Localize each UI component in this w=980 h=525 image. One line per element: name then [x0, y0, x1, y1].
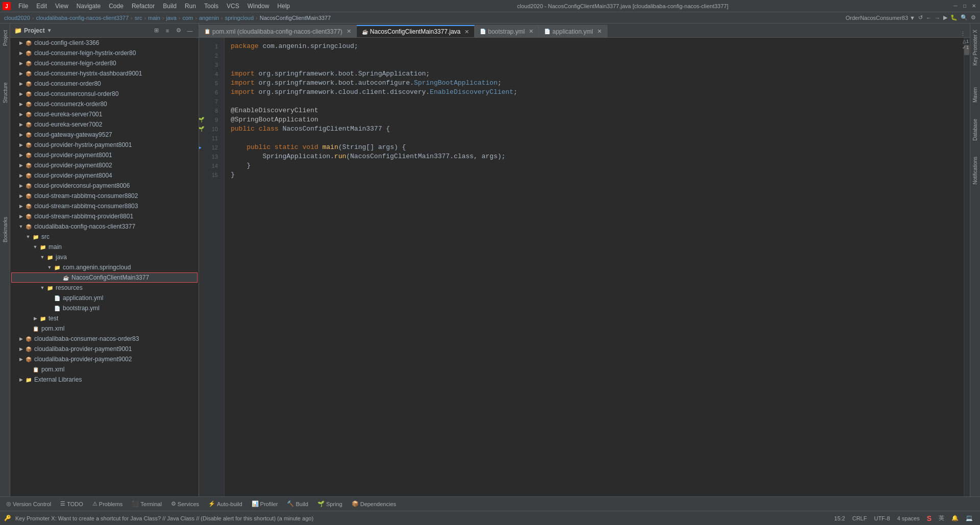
menu-refactor[interactable]: Refactor: [128, 2, 159, 11]
list-item[interactable]: ▶ 📁 test: [10, 313, 199, 323]
lang-indicator[interactable]: 英: [936, 513, 947, 523]
tab-profiler[interactable]: 📊 Profiler: [248, 499, 282, 509]
tab-auto-build[interactable]: ⚡ Auto-build: [204, 499, 247, 509]
list-item[interactable]: 📄 bootstrap.yml: [10, 303, 199, 313]
menu-vcs[interactable]: VCS: [223, 2, 243, 11]
list-item[interactable]: ▶ 📦 cloud-consumer-feign-hystrix-order80: [10, 48, 199, 58]
breadcrumb-src[interactable]: src: [135, 15, 142, 21]
menu-view[interactable]: View: [51, 2, 72, 11]
list-item[interactable]: ▼ 📁 main: [10, 242, 199, 252]
tab-main-close[interactable]: ✕: [464, 29, 469, 35]
settings-panel-btn[interactable]: ⚙: [174, 26, 183, 35]
list-item[interactable]: ▶ 📦 cloud-consumer-hystrix-dashboard9001: [10, 68, 199, 79]
list-item[interactable]: ▼ 📁 java: [10, 252, 199, 262]
list-item[interactable]: 📄 application.yml: [10, 293, 199, 303]
list-item[interactable]: ▶ 📦 cloud-stream-rabbitmq-consumer8802: [10, 191, 199, 201]
breadcrumb-cloud2020[interactable]: cloud2020: [4, 15, 30, 21]
list-item[interactable]: ▶ 📦 cloud-stream-rabbitmq-provider8801: [10, 211, 199, 221]
list-item[interactable]: ▶ 📦 cloud-eureka-server7002: [10, 119, 199, 130]
list-item[interactable]: ▼ 📁 src: [10, 232, 199, 242]
tab-dependencies[interactable]: 📦 Dependencies: [348, 499, 400, 509]
breadcrumb-module[interactable]: cloudalibaba-config-nacos-client3377: [36, 15, 129, 21]
list-item[interactable]: ▶ 📦 cloud-provider-payment8001: [10, 150, 199, 160]
list-item[interactable]: ▶ 📦 cloud-consumerconsul-order80: [10, 89, 199, 99]
breadcrumb-springcloud[interactable]: springcloud: [225, 15, 254, 21]
notification-bell[interactable]: 🔔: [948, 513, 962, 523]
list-item[interactable]: ▶ 📦 cloud-consumer-order80: [10, 79, 199, 89]
menu-edit[interactable]: Edit: [32, 2, 51, 11]
crlf-indicator[interactable]: CRLF: [849, 513, 870, 523]
list-item[interactable]: ▼ 📁 resources: [10, 283, 199, 293]
back-btn[interactable]: ←: [926, 15, 932, 21]
list-item[interactable]: 📋 pom.xml: [10, 323, 199, 334]
breadcrumb-main[interactable]: main: [148, 15, 160, 21]
run-btn[interactable]: ▶: [943, 14, 947, 21]
search-btn[interactable]: 🔍: [961, 14, 968, 21]
bookmarks-icon[interactable]: Bookmarks: [1, 219, 9, 240]
tab-application-yml[interactable]: 📄 application.yml ✕: [539, 25, 607, 37]
indent-indicator[interactable]: 4 spaces: [894, 513, 923, 523]
list-item[interactable]: ▶ 📦 cloud-provider-payment8002: [10, 160, 199, 170]
menu-build[interactable]: Build: [159, 2, 181, 11]
tab-services[interactable]: ⚙ Services: [167, 499, 203, 509]
menu-run[interactable]: Run: [181, 2, 200, 11]
line-col-indicator[interactable]: 15:2: [831, 513, 848, 523]
database-tab[interactable]: Database: [972, 117, 978, 143]
menu-navigate[interactable]: Navigate: [72, 2, 105, 11]
tab-more-btn[interactable]: ⋮: [960, 31, 966, 37]
maximize-button[interactable]: □: [961, 2, 969, 10]
tab-bootstrap-yml[interactable]: 📄 bootstrap.yml ✕: [475, 25, 539, 37]
list-item[interactable]: ▶ 📦 cloud-consumer-feign-order80: [10, 58, 199, 68]
tab-todo[interactable]: ☰ TODO: [56, 499, 87, 509]
project-icon[interactable]: Project: [1, 28, 9, 48]
tab-spring[interactable]: 🌱 Spring: [313, 499, 347, 509]
tab-terminal[interactable]: ⬛ Terminal: [128, 499, 166, 509]
key-promoter-tab[interactable]: Key Promoter X: [972, 28, 978, 68]
list-item[interactable]: ▶ 📦 cloudalibaba-provider-payment9001: [10, 344, 199, 354]
menu-file[interactable]: File: [14, 2, 32, 11]
list-item[interactable]: ▶ 📦 cloud-provider-payment8004: [10, 170, 199, 181]
tab-version-control[interactable]: ◎ Version Control: [2, 499, 55, 509]
tab-build[interactable]: 🔨 Build: [283, 499, 312, 509]
forward-btn[interactable]: →: [935, 15, 940, 21]
breadcrumb-com[interactable]: com: [182, 15, 193, 21]
run-config-dropdown[interactable]: OrderNacosConsumer83 ▼: [846, 15, 915, 21]
list-item[interactable]: 📋 pom.xml: [10, 364, 199, 374]
editor-scrollbar[interactable]: △1 ✓1: [964, 38, 970, 496]
list-item[interactable]: ▶ 📦 cloud-stream-rabbitmq-consumer8803: [10, 201, 199, 211]
tab-pom-xml[interactable]: 📋 pom.xml (cloudalibaba-config-nacos-cli…: [199, 25, 357, 37]
debug-btn[interactable]: 🐛: [950, 14, 958, 21]
settings-btn[interactable]: ⚙: [971, 14, 976, 21]
tab-main-java[interactable]: ☕ NacosConfigClientMain3377.java ✕: [357, 25, 475, 37]
menu-window[interactable]: Window: [243, 2, 274, 11]
collapse-all-btn[interactable]: ≡: [163, 26, 172, 35]
list-item[interactable]: ▶ 📦 cloud-gateway-gateway9527: [10, 130, 199, 140]
list-item[interactable]: ▶ 📦 cloud-provider-hystrix-payment8001: [10, 140, 199, 150]
sogou-icon-container[interactable]: S: [924, 513, 935, 523]
menu-help[interactable]: Help: [273, 2, 294, 11]
tab-application-close[interactable]: ✕: [597, 28, 602, 35]
list-item[interactable]: ▶ 📦 cloudalibaba-provider-payment9002: [10, 354, 199, 364]
structure-icon[interactable]: Structure: [1, 83, 9, 103]
code-content[interactable]: package com.angenin.springcloud; import …: [225, 38, 964, 496]
project-panel-dropdown[interactable]: ▼: [47, 28, 52, 33]
tab-pom-close[interactable]: ✕: [347, 28, 351, 35]
list-item[interactable]: ▶ 📦 cloud-eureka-server7001: [10, 109, 199, 119]
charset-indicator[interactable]: UTF-8: [871, 513, 893, 523]
list-item[interactable]: ▶ 📦 cloud-providerconsul-payment8006: [10, 181, 199, 191]
notifications-tab[interactable]: Notifications: [972, 155, 978, 186]
list-item[interactable]: ▶ 📁 External Libraries: [10, 374, 199, 385]
tab-bootstrap-close[interactable]: ✕: [529, 28, 533, 35]
list-item[interactable]: ▼ 📁 com.angenin.springcloud: [10, 262, 199, 272]
refresh-btn[interactable]: ↺: [918, 14, 923, 21]
menu-tools[interactable]: Tools: [200, 2, 223, 11]
list-item[interactable]: ▶ 📦 cloudalibaba-consumer-nacos-order83: [10, 334, 199, 344]
close-button[interactable]: ✕: [970, 2, 978, 10]
maven-tab[interactable]: Maven: [972, 85, 978, 105]
hide-panel-btn[interactable]: —: [185, 26, 194, 35]
breadcrumb-java[interactable]: java: [166, 15, 177, 21]
list-item[interactable]: ▼ 📦 cloudalibaba-config-nacos-client3377: [10, 221, 199, 232]
tab-problems[interactable]: ⚠ Problems: [88, 499, 127, 509]
expand-all-btn[interactable]: ⊞: [152, 26, 161, 35]
menu-code[interactable]: Code: [105, 2, 128, 11]
